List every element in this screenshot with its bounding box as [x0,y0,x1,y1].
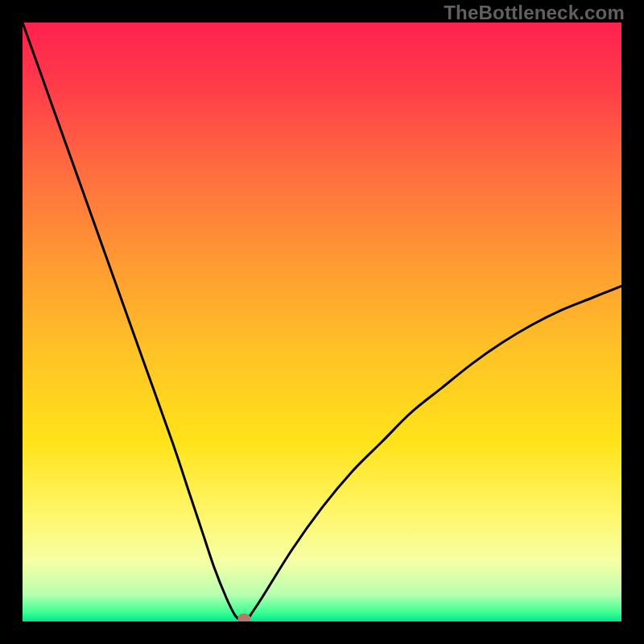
watermark-text: TheBottleneck.com [444,2,625,24]
curve-layer [23,23,621,621]
chart-container: TheBottleneck.com [0,0,644,644]
minimum-marker-icon [237,613,250,621]
bottleneck-curve [23,23,621,621]
plot-area [23,23,621,621]
